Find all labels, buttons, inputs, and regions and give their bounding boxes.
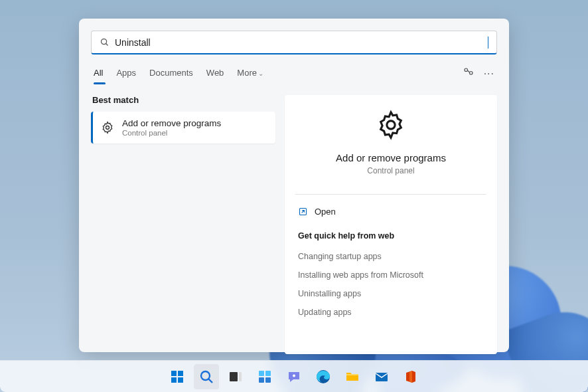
svg-rect-14 xyxy=(239,372,242,381)
svg-rect-10 xyxy=(178,377,183,383)
search-results-panel: Uninstall All Apps Documents Web More⌄ ·… xyxy=(79,19,509,352)
svg-rect-13 xyxy=(230,372,238,381)
text-cursor xyxy=(488,37,488,49)
tab-more-label: More xyxy=(237,68,257,78)
taskbar-start-button[interactable] xyxy=(165,364,190,389)
svg-point-11 xyxy=(201,371,210,380)
search-input-box[interactable]: Uninstall xyxy=(91,31,497,54)
open-external-icon xyxy=(298,207,308,217)
taskbar-task-view-button[interactable] xyxy=(223,364,248,389)
chat-icon xyxy=(286,369,302,385)
svg-point-19 xyxy=(293,374,295,377)
best-match-label: Best match xyxy=(91,95,275,105)
filter-tabs-row: All Apps Documents Web More⌄ ··· xyxy=(91,64,497,83)
tab-web[interactable]: Web xyxy=(206,64,224,83)
svg-point-2 xyxy=(465,68,468,72)
svg-rect-7 xyxy=(171,371,177,376)
taskbar-office-button[interactable] xyxy=(398,364,423,389)
taskbar-mail-button[interactable] xyxy=(369,364,394,389)
taskbar-chat-button[interactable] xyxy=(281,364,307,389)
svg-rect-8 xyxy=(178,371,183,376)
results-left-column: Best match Add or remove programs Contro… xyxy=(91,95,275,354)
result-title: Add or remove programs xyxy=(122,118,221,128)
edge-icon xyxy=(315,369,331,385)
result-subtitle: Control panel xyxy=(122,129,221,137)
taskbar-file-explorer-button[interactable] xyxy=(340,364,365,389)
widgets-icon xyxy=(257,369,273,385)
svg-rect-17 xyxy=(259,377,264,383)
windows-logo-icon xyxy=(169,369,185,385)
detail-title: Add or remove programs xyxy=(298,152,484,163)
open-label: Open xyxy=(315,207,336,217)
search-icon xyxy=(198,369,214,385)
svg-rect-15 xyxy=(259,371,264,376)
tab-documents[interactable]: Documents xyxy=(149,64,193,83)
chat-share-icon[interactable] xyxy=(463,66,475,81)
taskbar-search-button[interactable] xyxy=(194,364,219,389)
office-icon xyxy=(403,369,419,385)
taskbar-widgets-button[interactable] xyxy=(252,364,277,389)
tab-apps[interactable]: Apps xyxy=(116,64,136,83)
svg-point-3 xyxy=(469,71,473,74)
search-icon xyxy=(100,37,110,47)
svg-line-12 xyxy=(208,379,212,383)
result-detail-pane: Add or remove programs Control panel Ope… xyxy=(285,95,497,354)
gear-icon xyxy=(101,121,114,134)
svg-line-1 xyxy=(106,44,108,46)
detail-subtitle: Control panel xyxy=(298,166,484,175)
best-match-result[interactable]: Add or remove programs Control panel xyxy=(91,112,275,144)
search-query-text[interactable]: Uninstall xyxy=(115,37,486,48)
mail-icon xyxy=(374,369,390,385)
svg-point-5 xyxy=(387,121,395,129)
overflow-menu-icon[interactable]: ··· xyxy=(484,70,494,77)
open-action[interactable]: Open xyxy=(298,204,484,219)
quick-link-installing-web-apps[interactable]: Installing web apps from Microsoft xyxy=(298,266,484,284)
svg-point-0 xyxy=(102,39,107,45)
svg-point-4 xyxy=(106,126,110,130)
quick-link-uninstalling-apps[interactable]: Uninstalling apps xyxy=(298,284,484,303)
taskbar-edge-button[interactable] xyxy=(311,364,336,389)
svg-rect-16 xyxy=(265,371,271,376)
separator xyxy=(295,194,486,195)
folder-icon xyxy=(344,369,360,385)
tab-all[interactable]: All xyxy=(94,64,103,83)
task-view-icon xyxy=(228,369,244,385)
svg-rect-9 xyxy=(171,377,177,383)
chevron-down-icon: ⌄ xyxy=(258,70,263,77)
gear-icon xyxy=(376,110,406,140)
svg-rect-18 xyxy=(265,377,271,383)
tab-more[interactable]: More⌄ xyxy=(237,64,263,83)
quick-link-startup-apps[interactable]: Changing startup apps xyxy=(298,247,484,266)
quick-link-updating-apps[interactable]: Updating apps xyxy=(298,303,484,322)
quick-help-label: Get quick help from web xyxy=(298,231,484,241)
taskbar xyxy=(0,360,588,392)
